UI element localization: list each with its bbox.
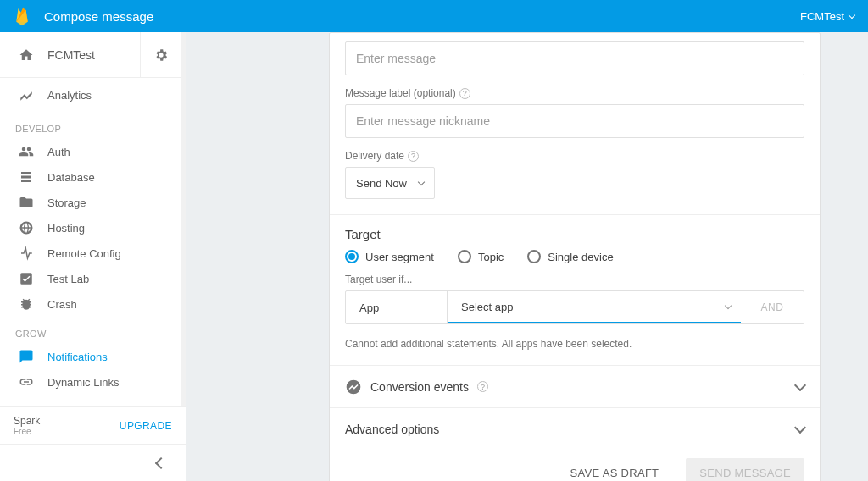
sidebar-item-label: Test Lab xyxy=(47,273,89,285)
radio-icon xyxy=(458,250,471,263)
link-icon xyxy=(19,374,34,390)
section-label-grow: GROW xyxy=(0,317,181,344)
target-section-title: Target xyxy=(330,215,820,250)
project-name: FCMTest xyxy=(47,48,140,62)
home-icon xyxy=(19,47,34,63)
sidebar-item-test-lab[interactable]: Test Lab xyxy=(0,266,181,291)
chevron-down-icon xyxy=(725,301,732,308)
radio-topic[interactable]: Topic xyxy=(458,250,504,263)
sidebar-item-auth[interactable]: Auth xyxy=(0,139,181,164)
settings-button[interactable] xyxy=(140,32,181,78)
save-draft-button[interactable]: SAVE AS DRAFT xyxy=(557,458,673,481)
firebase-logo-icon xyxy=(14,5,31,27)
bug-icon xyxy=(19,296,34,312)
sidebar-item-label: Auth xyxy=(47,146,70,158)
upgrade-button[interactable]: UPGRADE xyxy=(120,420,172,432)
chevron-down-icon xyxy=(794,421,806,433)
collapse-sidebar-button[interactable] xyxy=(0,444,186,481)
sidebar-item-label: Remote Config xyxy=(47,247,121,260)
sidebar-item-analytics[interactable]: Analytics xyxy=(0,78,181,112)
target-note: Cannot add additional statements. All ap… xyxy=(330,324,820,365)
checklist-icon xyxy=(19,271,34,286)
help-icon[interactable]: ? xyxy=(408,151,419,162)
sidebar-item-hosting[interactable]: Hosting xyxy=(0,215,181,240)
gear-icon xyxy=(153,47,169,63)
remote-config-icon xyxy=(19,246,34,261)
radio-icon xyxy=(345,250,359,263)
message-label-label: Message label (optional) ? xyxy=(345,87,804,99)
target-radio-group: User segment Topic Single device xyxy=(330,250,820,270)
radio-user-segment[interactable]: User segment xyxy=(345,250,434,263)
database-icon xyxy=(19,169,34,185)
topbar: Compose message FCMTest xyxy=(0,0,868,32)
sidebar-item-label: Analytics xyxy=(47,89,92,102)
chevron-down-icon xyxy=(794,379,806,390)
chevron-left-icon xyxy=(155,456,167,468)
conversion-events-section[interactable]: Conversion events ? xyxy=(330,365,820,407)
delivery-date-value: Send Now xyxy=(356,177,407,190)
sidebar-item-dynamic-links[interactable]: Dynamic Links xyxy=(0,369,181,395)
sidebar-item-label: Hosting xyxy=(47,222,85,235)
and-label: AND xyxy=(741,291,804,323)
target-if-label: Target user if... xyxy=(330,270,820,290)
sidebar-item-notifications[interactable]: Notifications xyxy=(0,344,181,369)
radio-single-device[interactable]: Single device xyxy=(527,250,613,263)
help-icon[interactable]: ? xyxy=(459,88,470,99)
sidebar-scrollbar[interactable] xyxy=(181,32,186,329)
sidebar-item-label: Dynamic Links xyxy=(47,376,120,389)
plan-tier: Free xyxy=(14,427,120,436)
analytics-icon xyxy=(19,87,34,102)
project-switcher-label: FCMTest xyxy=(800,10,844,23)
condition-type[interactable]: App xyxy=(346,291,448,323)
sidebar-item-remote-config[interactable]: Remote Config xyxy=(0,240,181,266)
message-text-input[interactable] xyxy=(345,41,804,75)
sidebar-item-label: Storage xyxy=(47,196,86,209)
project-switcher[interactable]: FCMTest xyxy=(800,10,854,23)
section-label-develop: DEVELOP xyxy=(0,112,181,139)
delivery-date-label: Delivery date ? xyxy=(345,150,804,162)
globe-icon xyxy=(19,220,34,235)
plan-row: Spark Free UPGRADE xyxy=(0,406,186,444)
sidebar-item-label: Crash xyxy=(47,298,77,311)
sidebar-item-crash[interactable]: Crash xyxy=(0,291,181,317)
people-icon xyxy=(19,144,34,159)
target-condition-row: App Select app AND xyxy=(345,290,804,324)
help-icon[interactable]: ? xyxy=(477,381,488,392)
compose-card: Message label (optional) ? Delivery date… xyxy=(329,32,821,481)
sidebar-item-storage[interactable]: Storage xyxy=(0,190,181,215)
plan-name: Spark xyxy=(14,415,120,427)
chevron-down-icon xyxy=(849,11,855,18)
project-row[interactable]: FCMTest xyxy=(0,32,181,78)
sidebar-item-database[interactable]: Database xyxy=(0,164,181,190)
advanced-options-section[interactable]: Advanced options xyxy=(330,407,820,450)
sidebar: FCMTest Analytics DEVELOP Auth Databas xyxy=(0,32,186,481)
radio-icon xyxy=(527,250,541,263)
card-footer: SAVE AS DRAFT SEND MESSAGE xyxy=(330,450,820,481)
message-label-input[interactable] xyxy=(345,104,804,138)
sidebar-item-label: Database xyxy=(47,171,95,184)
chat-icon xyxy=(19,349,34,364)
chevron-down-icon xyxy=(418,178,425,185)
app-select[interactable]: Select app xyxy=(448,291,741,323)
send-message-button[interactable]: SEND MESSAGE xyxy=(686,458,804,481)
page-title: Compose message xyxy=(44,9,800,24)
analytics-circle-icon xyxy=(345,379,362,395)
sidebar-item-label: Notifications xyxy=(47,351,108,363)
delivery-date-select[interactable]: Send Now xyxy=(345,167,435,199)
folder-icon xyxy=(19,195,34,210)
